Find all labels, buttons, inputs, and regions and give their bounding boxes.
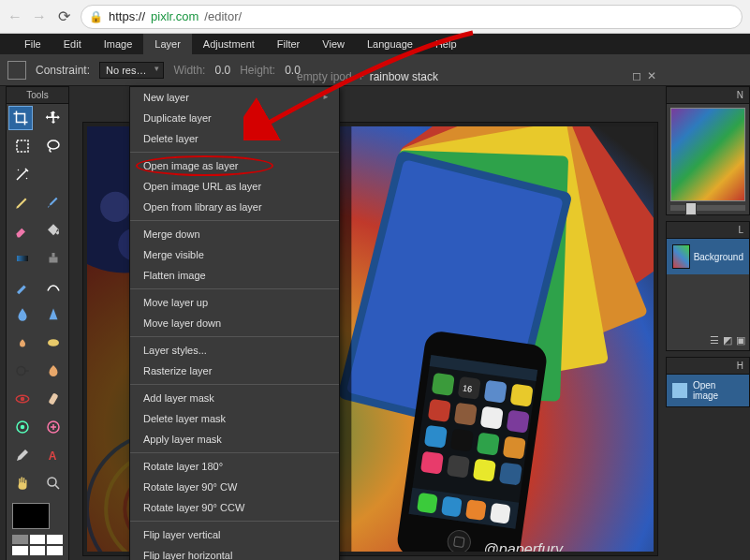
- svg-point-10: [20, 397, 24, 402]
- svg-rect-49: [477, 433, 500, 456]
- wand-tool[interactable]: [7, 160, 37, 188]
- menu-add-mask[interactable]: Add layer mask: [130, 388, 339, 408]
- layer-mask-icon[interactable]: ◩: [723, 334, 732, 346]
- menu-apply-mask[interactable]: Apply layer mask: [130, 429, 339, 449]
- navigator-thumb[interactable]: [670, 108, 745, 201]
- zoom-tool[interactable]: [37, 469, 68, 497]
- history-label: Open image: [693, 380, 743, 401]
- menu-view[interactable]: View: [311, 34, 356, 54]
- forward-button[interactable]: →: [32, 9, 47, 24]
- menu-rotate-180[interactable]: Rotate layer 180°: [130, 456, 339, 477]
- svg-rect-53: [473, 459, 496, 482]
- menu-move-down[interactable]: Move layer down: [130, 313, 339, 333]
- window-max-icon[interactable]: ◻: [632, 69, 641, 82]
- crop-tool[interactable]: [8, 106, 33, 130]
- brush-tool[interactable]: [37, 188, 68, 216]
- browser-chrome: ← → ⟳ 🔒 https://pixlr.com/editor/: [0, 0, 750, 34]
- palette-swatches[interactable]: [12, 535, 63, 555]
- menu-rotate-90ccw[interactable]: Rotate layer 90° CCW: [130, 497, 339, 518]
- blur-tool[interactable]: [7, 301, 37, 329]
- layers-panel: L Background ☰ ◩ ▣: [666, 221, 750, 351]
- menu-flatten[interactable]: Flatten image: [130, 265, 339, 286]
- svg-rect-56: [417, 493, 438, 514]
- menu-image[interactable]: Image: [93, 34, 144, 54]
- bloat-tool[interactable]: [7, 413, 37, 441]
- bucket-tool[interactable]: [37, 216, 68, 244]
- move-tool[interactable]: [37, 104, 68, 132]
- menu-move-up[interactable]: Move layer up: [130, 292, 339, 313]
- navigator-title: N: [667, 87, 749, 104]
- menu-duplicate-layer[interactable]: Duplicate layer: [130, 108, 339, 128]
- svg-point-2: [17, 169, 19, 171]
- svg-rect-47: [424, 425, 448, 449]
- hand-tool[interactable]: [7, 469, 37, 497]
- replace-color-tool[interactable]: [7, 273, 37, 301]
- menu-flip-v[interactable]: Flip layer vertical: [130, 524, 339, 545]
- burn-tool[interactable]: [37, 357, 68, 385]
- layer-row-background[interactable]: Background: [667, 239, 749, 274]
- redeye-tool[interactable]: [7, 385, 37, 413]
- svg-rect-5: [49, 258, 57, 263]
- svg-point-16: [48, 478, 56, 486]
- window-close-icon[interactable]: ✕: [647, 69, 656, 82]
- svg-rect-57: [441, 496, 463, 518]
- reload-button[interactable]: ⟳: [56, 9, 71, 24]
- menu-layer-styles[interactable]: Layer styles...: [130, 340, 339, 361]
- sharpen-tool[interactable]: [37, 301, 68, 329]
- foreground-color[interactable]: [12, 503, 50, 529]
- draw-tool[interactable]: [37, 273, 68, 301]
- picker-tool[interactable]: [7, 441, 37, 469]
- spot-heal-tool[interactable]: [37, 385, 68, 413]
- address-bar[interactable]: 🔒 https://pixlr.com/editor/: [81, 5, 743, 29]
- clone-tool[interactable]: [37, 244, 68, 273]
- menu-edit[interactable]: Edit: [52, 34, 93, 54]
- svg-point-7: [48, 339, 59, 346]
- svg-rect-44: [454, 403, 478, 426]
- menu-delete-mask[interactable]: Delete layer mask: [130, 408, 339, 429]
- layers-title: L: [667, 222, 749, 239]
- layer-name: Background: [694, 252, 743, 262]
- right-panels: N L Background ☰ ◩ ▣ H Open image: [666, 86, 750, 560]
- smudge-tool[interactable]: [7, 329, 37, 357]
- menu-flip-h[interactable]: Flip layer horizontal: [130, 545, 339, 560]
- history-item-open[interactable]: Open image: [667, 375, 749, 406]
- back-button[interactable]: ←: [7, 9, 22, 24]
- menu-rasterize[interactable]: Rasterize layer: [130, 361, 339, 381]
- menu-merge-visible[interactable]: Merge visible: [130, 244, 339, 265]
- menu-language[interactable]: Language: [356, 34, 424, 54]
- history-panel: H Open image: [666, 357, 750, 407]
- navigator-zoom-slider[interactable]: [670, 205, 745, 211]
- lasso-tool[interactable]: [37, 132, 68, 160]
- layer-settings-icon[interactable]: ☰: [710, 334, 719, 346]
- dodge-tool[interactable]: [7, 357, 37, 385]
- svg-point-3: [25, 178, 27, 180]
- pencil-tool[interactable]: [7, 188, 37, 216]
- pinch-tool[interactable]: [37, 413, 68, 441]
- menu-file[interactable]: File: [13, 34, 52, 54]
- type-tool[interactable]: A: [37, 441, 68, 469]
- gradient-tool[interactable]: [7, 244, 37, 273]
- menu-open-library-as-layer[interactable]: Open from library as layer: [130, 197, 339, 217]
- marquee-tool[interactable]: [7, 132, 37, 160]
- menu-open-url-as-layer[interactable]: Open image URL as layer: [130, 176, 339, 197]
- eraser-tool[interactable]: [7, 216, 37, 244]
- menu-layer[interactable]: Layer: [143, 34, 192, 54]
- menu-new-layer[interactable]: New layer: [130, 87, 339, 108]
- svg-rect-11: [48, 392, 58, 405]
- empty-slot: [37, 160, 68, 188]
- color-swatches[interactable]: [7, 497, 68, 560]
- layer-new-icon[interactable]: ▣: [736, 334, 745, 346]
- menu-help[interactable]: Help: [424, 34, 468, 54]
- sponge-tool[interactable]: [37, 329, 68, 357]
- menu-merge-down[interactable]: Merge down: [130, 224, 339, 244]
- svg-point-13: [20, 425, 24, 430]
- layer-panel-buttons: ☰ ◩ ▣: [667, 331, 749, 350]
- watermark-text: @paperfury: [484, 540, 564, 552]
- menu-open-image-as-layer[interactable]: Open image as layer: [130, 155, 339, 176]
- svg-rect-50: [503, 436, 526, 460]
- menu-delete-layer[interactable]: Delete layer: [130, 128, 339, 149]
- menu-filter[interactable]: Filter: [266, 34, 311, 54]
- menu-rotate-90cw[interactable]: Rotate layer 90° CW: [130, 477, 339, 497]
- document-titlebar[interactable]: empty ipod + rainbow stack ◻ ✕: [75, 67, 660, 86]
- menu-adjustment[interactable]: Adjustment: [192, 34, 266, 54]
